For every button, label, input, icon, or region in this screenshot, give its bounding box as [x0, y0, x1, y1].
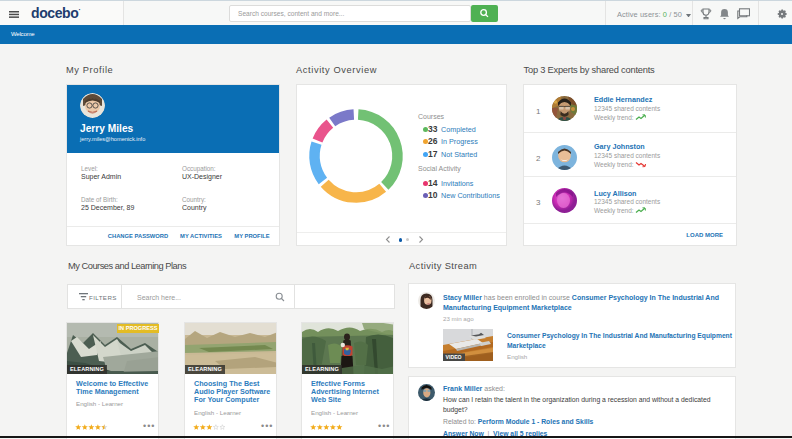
svg-text:VIDEO: VIDEO	[446, 354, 462, 360]
